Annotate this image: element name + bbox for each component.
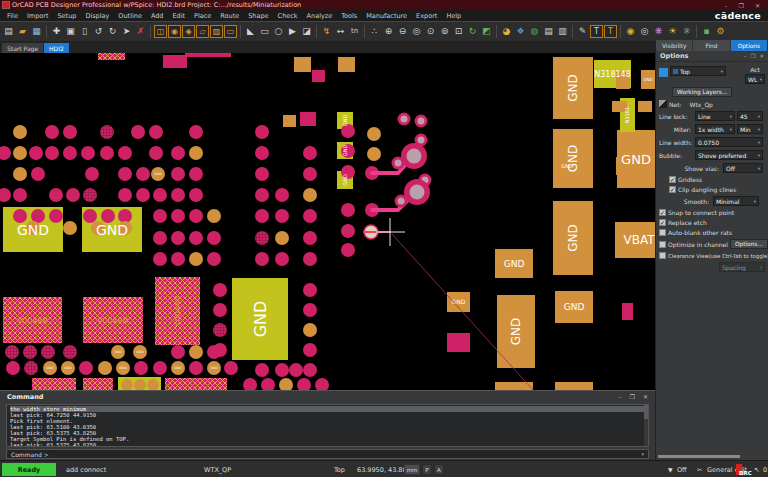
menu-manufacture[interactable]: Manufacture (366, 12, 407, 20)
shape-mode-icon[interactable]: ◪ (300, 25, 313, 38)
filter-funnel-icon[interactable]: ▼ (668, 461, 673, 477)
pad[interactable] (207, 345, 221, 359)
pad-rect[interactable] (165, 378, 227, 390)
pad[interactable] (6, 361, 20, 375)
close-icon[interactable]: ✕ (755, 2, 760, 9)
pad[interactable] (189, 167, 203, 181)
pad[interactable] (255, 188, 269, 202)
zoom-out-icon[interactable]: ⊖ (396, 25, 409, 38)
smooth-select[interactable]: Minimal▾ (713, 196, 759, 206)
refresh-icon[interactable]: ↻ (466, 25, 479, 38)
pad[interactable] (153, 231, 167, 245)
pad[interactable] (303, 283, 317, 297)
pad[interactable] (153, 361, 167, 375)
optimize-options-button[interactable]: Options... (730, 239, 768, 249)
zoom-previous-icon[interactable]: ⊚ (438, 25, 451, 38)
working-layers-button[interactable]: Working Layers... (672, 87, 732, 97)
active-layer-select[interactable]: Top ▾ (670, 66, 726, 76)
pad[interactable] (303, 188, 317, 202)
shape-rect-icon[interactable]: ▭ (258, 25, 271, 38)
pad[interactable] (207, 209, 221, 223)
pad-rect[interactable] (312, 70, 325, 82)
line-width-select[interactable]: 0.0750▾ (695, 137, 763, 147)
pad[interactable] (134, 361, 148, 375)
tune-delay-icon[interactable]: tn (348, 25, 361, 38)
snap-checkbox[interactable] (659, 209, 666, 216)
pad[interactable] (153, 252, 167, 266)
pad[interactable] (81, 146, 95, 160)
pad-rect[interactable] (283, 115, 296, 127)
pad-rect[interactable] (185, 53, 231, 57)
text-add-icon[interactable]: T (590, 25, 603, 38)
panel-close-icon[interactable]: ✕ (759, 53, 764, 59)
pad[interactable] (189, 188, 203, 202)
pad[interactable] (341, 243, 355, 257)
save-icon[interactable]: ▦ (30, 25, 43, 38)
doc-tab-start-page[interactable]: Start Page (2, 43, 43, 53)
pad[interactable] (49, 209, 63, 223)
measure-icon[interactable]: ✎ (576, 25, 589, 38)
menu-add[interactable]: Add (151, 12, 164, 20)
bubble-select[interactable]: Shove preferred▾ (695, 150, 763, 160)
pad-rect[interactable] (163, 55, 187, 68)
pad[interactable] (189, 231, 203, 245)
pad[interactable] (189, 252, 203, 266)
pad[interactable] (149, 146, 163, 160)
menu-shape[interactable]: Shape (248, 12, 268, 20)
zoom-select-icon[interactable]: ⊡ (452, 25, 465, 38)
pad[interactable] (79, 361, 93, 375)
pad[interactable] (261, 378, 275, 390)
gridless-checkbox[interactable] (669, 176, 676, 183)
pad[interactable] (303, 363, 317, 377)
line-lock-select[interactable]: Line▾ (695, 111, 735, 121)
command-scrollbar-thumb[interactable] (644, 405, 648, 419)
pad-rect[interactable] (638, 101, 652, 112)
pad[interactable] (31, 167, 45, 181)
pad[interactable] (189, 125, 203, 139)
pcb-design-view[interactable]: GNDGNDGNDGNDGNDGNDGNDGNDGNDGNDGNDVDDARMV… (0, 53, 655, 390)
redo-icon[interactable]: ↻ (106, 25, 119, 38)
command-input[interactable]: Command > ▾ (6, 449, 649, 459)
menu-import[interactable]: Import (27, 12, 49, 20)
clearance-view-checkbox[interactable] (659, 252, 666, 259)
color-priority-icon[interactable]: ❖ (514, 25, 527, 38)
pad[interactable] (63, 221, 77, 235)
pad[interactable] (275, 363, 289, 377)
pad[interactable] (149, 125, 163, 139)
zoom-fit-icon[interactable]: ◎ (410, 25, 423, 38)
pad[interactable] (83, 209, 97, 223)
pad[interactable] (171, 146, 185, 160)
pad[interactable] (153, 209, 167, 223)
replace-etch-checkbox[interactable] (659, 219, 666, 226)
drc-status-badge[interactable]: ⚠DRC (736, 464, 742, 475)
pad[interactable] (275, 252, 289, 266)
pad[interactable] (131, 125, 145, 139)
pad[interactable] (171, 345, 185, 359)
pad[interactable] (213, 303, 227, 317)
pad[interactable] (303, 303, 317, 317)
optimize-checkbox[interactable] (659, 241, 666, 248)
minimize-icon[interactable]: – (725, 2, 728, 9)
shove-vias-select[interactable]: Off▾ (723, 163, 763, 173)
pin-icon[interactable]: ➤ (120, 25, 133, 38)
status-pick-button[interactable]: P (422, 464, 432, 475)
pad[interactable] (367, 147, 381, 161)
pad[interactable] (255, 363, 269, 377)
new-file-icon[interactable]: ▤ (2, 25, 15, 38)
menu-file[interactable]: File (7, 12, 18, 20)
pad[interactable] (367, 127, 381, 141)
zoom-world-icon[interactable]: ⊙ (424, 25, 437, 38)
pad[interactable] (41, 345, 55, 359)
pad[interactable] (136, 188, 150, 202)
status-angle-button[interactable]: A (434, 464, 444, 475)
pad[interactable] (0, 146, 11, 160)
pad[interactable] (13, 125, 27, 139)
pad[interactable] (24, 361, 38, 375)
line-angle-select[interactable]: 45▾ (737, 111, 763, 121)
pad[interactable] (207, 231, 221, 245)
drc-tool-icon[interactable]: ▭ (224, 25, 237, 38)
panel-resize-gripper[interactable] (658, 455, 740, 458)
pad-rect[interactable] (294, 57, 311, 72)
pad[interactable] (255, 231, 269, 245)
act-layer-select[interactable]: WL▾ (745, 74, 765, 84)
